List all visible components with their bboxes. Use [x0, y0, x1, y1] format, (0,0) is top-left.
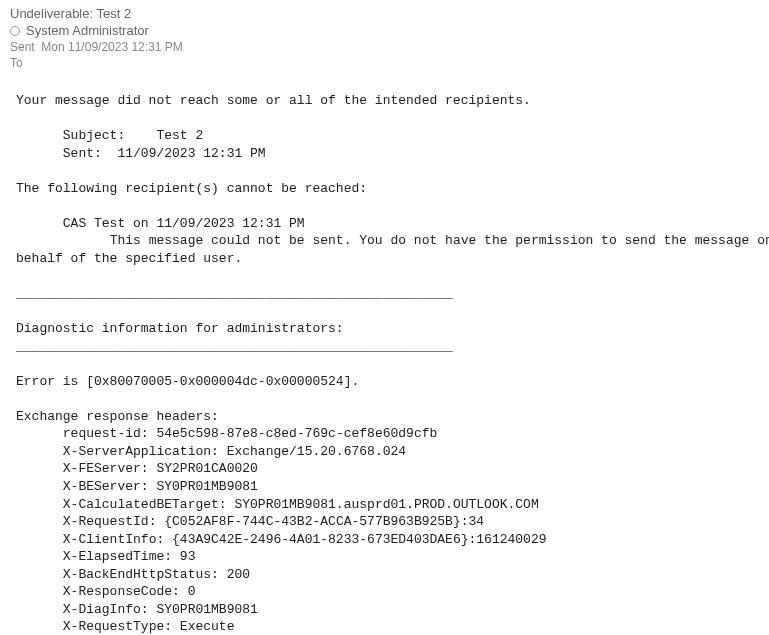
email-body: Your message did not reach some or all o…	[0, 82, 769, 635]
hdr-respcode-label: X-ResponseCode:	[63, 584, 180, 599]
recipient-error-l2: behalf of the specified user.	[16, 251, 242, 266]
hdr-diag-value: SY0PR01MB9081	[156, 602, 257, 617]
sent-line: Sent Mon 11/09/2023 12:31 PM	[10, 40, 759, 54]
hdr-reqtype-value: Execute	[180, 619, 235, 634]
body-subject-value: Test 2	[156, 128, 203, 143]
headers-heading: Exchange response headers:	[16, 409, 219, 424]
body-intro: Your message did not reach some or all o…	[16, 93, 531, 108]
hdr-request-id-value: 54e5c598-87e8-c8ed-769c-cef8e60d9cfb	[156, 426, 437, 441]
diag-heading: Diagnostic information for administrator…	[16, 321, 344, 336]
hdr-respcode-value: 0	[188, 584, 196, 599]
hdr-server-app-label: X-ServerApplication:	[63, 444, 219, 459]
email-header: Undeliverable: Test 2 System Administrat…	[0, 0, 769, 82]
hdr-reqtype-label: X-RequestType:	[63, 619, 172, 634]
from-name: System Administrator	[26, 23, 149, 38]
subject-line: Undeliverable: Test 2	[10, 6, 759, 21]
hdr-elapsed-label: X-ElapsedTime:	[63, 549, 172, 564]
recipient-name: CAS Test on 11/09/2023 12:31 PM	[63, 216, 305, 231]
hdr-elapsed-value: 93	[180, 549, 196, 564]
from-line: System Administrator	[10, 23, 759, 38]
hdr-client-label: X-ClientInfo:	[63, 532, 164, 547]
to-line: To	[10, 56, 759, 70]
hdr-client-value: {43A9C42E-2496-4A01-8233-673ED403DAE6}:1…	[172, 532, 546, 547]
sent-label: Sent	[10, 40, 38, 54]
body-sent-label: Sent:	[63, 146, 102, 161]
hdr-reqid-value: {C052AF8F-744C-43B2-ACCA-577B963B925B}:3…	[164, 514, 484, 529]
body-subject-label: Subject:	[63, 128, 125, 143]
sent-value: Mon 11/09/2023 12:31 PM	[41, 40, 182, 54]
presence-icon	[10, 26, 20, 36]
hdr-be-label: X-BEServer:	[63, 479, 149, 494]
hdr-fe-label: X-FEServer:	[63, 461, 149, 476]
hdr-reqid-label: X-RequestId:	[63, 514, 157, 529]
hdr-be-value: SY0PR01MB9081	[156, 479, 257, 494]
hdr-calcbe-label: X-CalculatedBETarget:	[63, 497, 227, 512]
hdr-calcbe-value: SY0PR01MB9081.ausprd01.PROD.OUTLOOK.COM	[234, 497, 538, 512]
recipient-error-l1: This message could not be sent. You do n…	[110, 233, 769, 248]
hdr-server-app-value: Exchange/15.20.6768.024	[227, 444, 406, 459]
recipient-heading: The following recipient(s) cannot be rea…	[16, 181, 367, 196]
hdr-fe-value: SY2PR01CA0020	[156, 461, 257, 476]
divider-2: ________________________________________…	[16, 339, 453, 354]
hdr-diag-label: X-DiagInfo:	[63, 602, 149, 617]
hdr-behttp-label: X-BackEndHttpStatus:	[63, 567, 219, 582]
hdr-behttp-value: 200	[227, 567, 250, 582]
hdr-request-id-label: request-id:	[63, 426, 149, 441]
divider-1: ________________________________________…	[16, 286, 453, 301]
error-line: Error is [0x80070005-0x000004dc-0x000005…	[16, 374, 359, 389]
body-sent-value: 11/09/2023 12:31 PM	[117, 146, 265, 161]
